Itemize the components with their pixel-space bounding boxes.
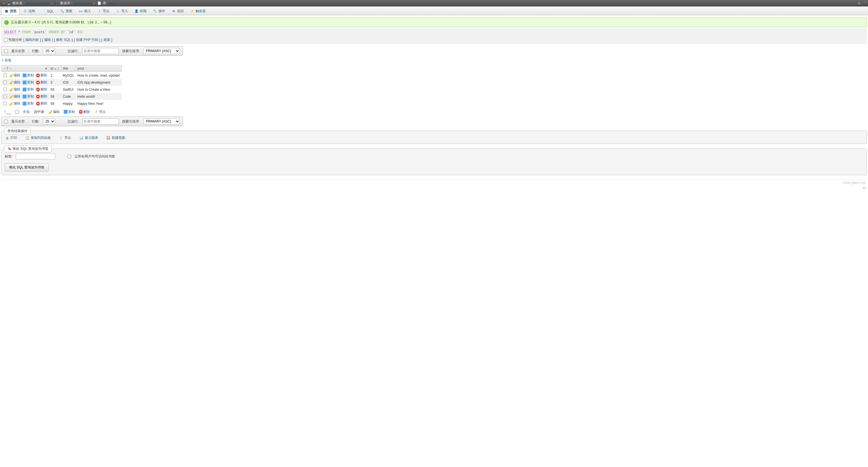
row-copy[interactable]: 复制	[23, 101, 34, 106]
clipboard-icon: 📋	[25, 136, 30, 140]
options-toggle[interactable]: + 选项	[2, 58, 866, 63]
row-copy[interactable]: 复制	[23, 73, 34, 78]
show-all-checkbox-2[interactable]	[4, 120, 8, 123]
gear-icon[interactable]: ⚙	[858, 1, 861, 5]
tab-browse[interactable]: ▦浏览	[1, 7, 20, 15]
tab-search[interactable]: 🔍搜索	[57, 7, 75, 15]
bookmark-share-checkbox[interactable]	[67, 155, 71, 158]
row-edit[interactable]: 编辑	[9, 80, 20, 85]
query-result-operations: 查询结果操作 🖨打印 📋复制到剪贴板 ⤴导出 📊显示图表 🪟新建视图	[1, 131, 867, 144]
row-edit[interactable]: 编辑	[9, 101, 20, 106]
rows-select-2[interactable]: 25	[43, 118, 55, 124]
breadcrumb-table[interactable]: posts	[108, 1, 116, 5]
tab-structure[interactable]: ☷结构	[20, 7, 38, 15]
row-checkbox[interactable]	[3, 102, 7, 105]
cell-title: Code	[61, 93, 76, 100]
row-copy[interactable]: 复制	[23, 80, 34, 85]
show-all-label-2: 显示全部	[11, 119, 25, 124]
row-checkbox[interactable]	[3, 74, 7, 77]
row-delete[interactable]: 删除	[36, 73, 47, 78]
op-create-view[interactable]: 🪟新建视图	[106, 136, 125, 140]
row-delete[interactable]: 删除	[36, 80, 47, 85]
database-icon: 🗄️	[55, 1, 59, 6]
export-icon: ⤴	[97, 9, 102, 13]
delete-icon	[36, 88, 40, 91]
structure-icon: ☷	[23, 9, 27, 13]
check-all-checkbox[interactable]	[15, 110, 19, 114]
row-edit[interactable]: 编辑	[9, 87, 20, 92]
sort-select[interactable]: PRIMARY (ASC)	[143, 48, 180, 54]
rows-label: 行数:	[32, 49, 39, 54]
bulk-edit[interactable]: 编辑	[49, 110, 60, 114]
explain-sql-link[interactable]: 解析 SQL	[56, 37, 71, 42]
bulk-copy[interactable]: 复制	[64, 110, 75, 114]
profiling-checkbox[interactable]	[4, 38, 8, 42]
breadcrumb-server[interactable]: localhost:3306	[27, 1, 49, 5]
console-toggle-icon[interactable]: ▭	[863, 185, 866, 189]
check-all-link[interactable]: 全选	[23, 110, 30, 114]
bulk-delete[interactable]: 删除	[79, 110, 90, 114]
row-copy[interactable]: 复制	[23, 94, 34, 99]
tab-privileges[interactable]: 👤权限	[131, 7, 150, 15]
op-chart[interactable]: 📊显示图表	[79, 136, 98, 140]
copy-icon	[23, 74, 27, 78]
col-actions[interactable]: ←T→ ▾	[1, 65, 49, 72]
row-checkbox[interactable]	[3, 88, 7, 91]
edit-link[interactable]: 编辑	[44, 37, 51, 42]
row-edit[interactable]: 编辑	[9, 73, 20, 78]
sort-select-2[interactable]: PRIMARY (ASC)	[143, 118, 180, 124]
collapse-icon[interactable]: ⌃	[863, 1, 866, 5]
tab-export[interactable]: ⤴导出	[94, 7, 113, 15]
refresh-link[interactable]: 刷新	[103, 37, 110, 42]
copy-icon	[64, 110, 67, 114]
controls-bottom: 显示全部 行数: 25 过滤行: 按索引排序: PRIMARY (ASC)	[1, 117, 183, 126]
op-export[interactable]: ⤴导出	[59, 136, 71, 140]
filter-input-2[interactable]	[82, 118, 119, 124]
bookmark-label-input[interactable]	[16, 153, 55, 159]
row-copy[interactable]: 复制	[23, 87, 34, 92]
result-ops-legend: 查询结果操作	[4, 127, 31, 135]
copy-icon	[23, 102, 27, 106]
cell-id: 3	[49, 79, 61, 86]
privileges-icon: 👤	[134, 9, 139, 13]
row-delete[interactable]: 删除	[36, 101, 47, 106]
search-icon: 🔍	[60, 9, 64, 13]
row-edit[interactable]: 编辑	[9, 94, 20, 99]
edit-inline-link[interactable]: 编辑内嵌	[25, 37, 39, 42]
tab-insert[interactable]: ≡+插入	[75, 7, 94, 15]
row-checkbox[interactable]	[3, 81, 7, 84]
col-id[interactable]: id▲ 1	[49, 65, 61, 72]
op-print[interactable]: 🖨打印	[5, 136, 17, 140]
chart-icon: 📊	[79, 136, 84, 140]
tab-sql[interactable]: 📄SQL	[38, 7, 57, 15]
bulk-actions: ↑__ 全选 选中项: 编辑 复制 删除 ⤴导出	[4, 109, 866, 114]
hide-panel-icon[interactable]: →	[2, 1, 6, 5]
row-checkbox[interactable]	[3, 95, 7, 98]
tracking-icon: 👁	[172, 9, 176, 13]
table-icon: 📄	[97, 1, 102, 6]
tab-triggers[interactable]: ⚡触发器	[187, 7, 209, 15]
cell-id: 58	[49, 93, 61, 100]
tab-import[interactable]: ⤵导入	[113, 7, 131, 15]
table-row: 编辑复制删除56SwiftUIHow to Create a View	[1, 86, 122, 93]
rows-select[interactable]: 25	[43, 48, 55, 54]
bookmark-legend: 🔖 将此 SQL 查询加为书签	[4, 145, 52, 152]
bookmark-submit-button[interactable]: 将此 SQL 查询加为书签	[5, 163, 49, 172]
filter-input[interactable]	[82, 48, 119, 54]
export-icon: ⤴	[59, 136, 63, 140]
table-row: 编辑复制删除3IOSIOS App development	[1, 79, 122, 86]
op-copy-clipboard[interactable]: 📋复制到剪贴板	[25, 136, 51, 140]
col-post[interactable]: post	[76, 65, 122, 72]
bulk-export[interactable]: ⤴导出	[94, 110, 106, 114]
row-delete[interactable]: 删除	[36, 87, 47, 92]
row-delete[interactable]: 删除	[36, 94, 47, 99]
col-title[interactable]: title	[61, 65, 76, 72]
breadcrumb-database[interactable]: nodejs_api	[75, 1, 91, 5]
view-icon: 🪟	[106, 136, 111, 140]
pencil-icon	[9, 95, 13, 98]
tab-operations[interactable]: 🔧操作	[150, 7, 168, 15]
tab-tracking[interactable]: 👁追踪	[168, 7, 187, 15]
show-all-checkbox[interactable]	[4, 49, 8, 53]
check-icon: ✓	[4, 20, 9, 25]
create-php-link[interactable]: 创建 PHP 代码	[76, 37, 98, 42]
